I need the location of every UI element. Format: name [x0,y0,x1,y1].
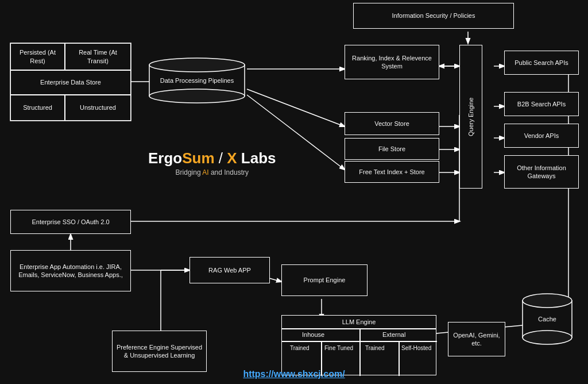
ranking-label: Ranking, Index & Relevence System [349,54,435,71]
other-gateways-label: Other Information Gateways [508,164,575,181]
trained1-label: Trained [290,344,310,352]
unstructured-label: Unstructured [80,103,116,112]
public-search-label: Public Search APIs [514,59,568,67]
query-engine-label: Query Engine [467,97,474,136]
cache-label: Cache [538,315,556,323]
openai-label: OpenAI, Gemini, etc. [452,331,501,348]
svg-point-34 [523,294,572,308]
file-store-label: File Store [378,145,405,153]
public-search-box: Public Search APIs [504,51,579,75]
free-text-box: Free Text Index + Store [345,161,439,183]
svg-point-35 [523,331,572,344]
vector-store-box: Vector Store [345,112,439,135]
query-engine-box: Query Engine [459,45,482,189]
enterprise-app-box: Enterprise App Automation i.e. JIRA, Ema… [10,250,131,291]
external-label: External [382,331,405,339]
enterprise-data-store-box: Enterprise Data Store [10,70,131,95]
unstructured-box: Unstructured [65,95,131,121]
data-pipelines-label: Data Processing Pipelines [160,76,234,85]
watermark: https://www.shxcj.com/ [243,369,345,379]
svg-point-31 [149,58,245,72]
file-store-box: File Store [345,138,439,160]
architecture-diagram: Persisted (At Rest) Real Time (At Transi… [0,0,588,384]
enterprise-sso-box: Enterprise SSO / OAuth 2.0 [10,210,131,234]
persisted-label: Persisted (At Rest) [14,48,61,65]
preference-engine-box: Preference Engine Supervised & Unsupervi… [112,331,207,372]
b2b-search-label: B2B Search APIs [517,100,566,108]
enterprise-data-store-label: Enterprise Data Store [40,78,101,86]
self-hosted-label: Self-Hosted [401,344,431,352]
cache-cylinder: Cache [521,290,573,348]
svg-point-32 [149,89,245,103]
vendor-apis-box: Vendor APIs [504,124,579,148]
svg-line-7 [247,89,345,126]
inhouse-label: Inhouse [302,331,324,339]
free-text-label: Free Text Index + Store [359,168,424,176]
llm-engine-label: LLM Engine [342,318,376,326]
rag-webapp-box: RAG Web APP [189,257,270,283]
prompt-engine-box: Prompt Engine [281,264,368,296]
preference-engine-label: Preference Engine Supervised & Unsupervi… [116,343,203,360]
prompt-engine-label: Prompt Engine [304,276,346,284]
other-gateways-box: Other Information Gateways [504,155,579,189]
data-pipelines-cylinder: Data Processing Pipelines [148,55,246,106]
structured-label: Structured [23,103,52,112]
ranking-box: Ranking, Index & Relevence System [345,45,439,79]
persisted-box: Persisted (At Rest) [10,43,65,70]
llm-engine-outer-box: LLM Engine Inhouse External Trained Fine… [281,315,436,375]
vendor-apis-label: Vendor APIs [524,132,559,140]
fine-tuned-label: Fine Tuned [324,344,353,352]
realtime-label: Real Time (At Transit) [69,48,127,65]
b2b-search-box: B2B Search APIs [504,92,579,116]
structured-box: Structured [10,95,65,121]
info-security-label: Information Security / Policies [392,11,475,20]
enterprise-app-label: Enterprise App Automation i.e. JIRA, Ema… [14,263,127,279]
enterprise-sso-label: Enterprise SSO / OAuth 2.0 [32,218,109,226]
openai-box: OpenAI, Gemini, etc. [448,322,505,356]
info-security-box: Information Security / Policies [353,3,514,29]
rag-webapp-label: RAG Web APP [208,266,251,274]
vector-store-label: Vector Store [374,120,409,128]
realtime-box: Real Time (At Transit) [65,43,131,70]
brand: ErgoSum / X Labs Bridging AI and Industr… [148,149,276,176]
trained2-label: Trained [365,344,385,352]
